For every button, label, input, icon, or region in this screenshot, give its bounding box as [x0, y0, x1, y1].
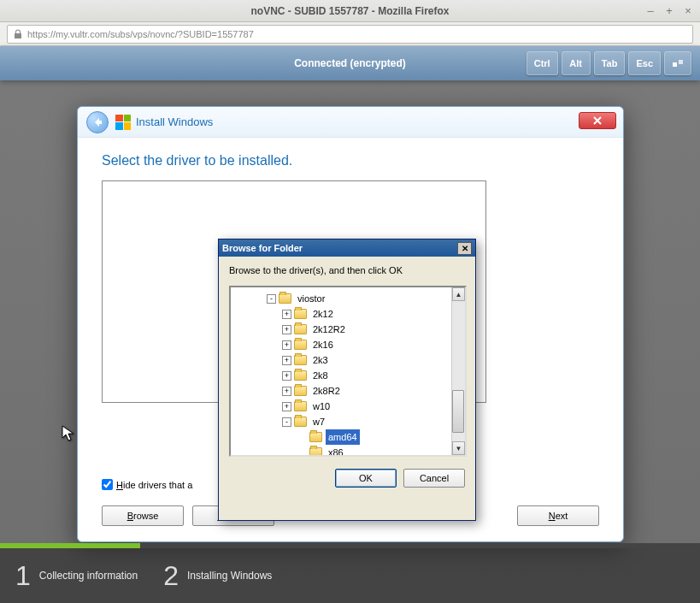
esc-key-button[interactable]: Esc [628, 51, 661, 75]
minimize-icon[interactable]: – [644, 3, 657, 17]
folder-icon [309, 432, 322, 442]
folder-icon [294, 370, 307, 381]
back-button[interactable] [86, 111, 109, 133]
install-window-title: Install Windows [136, 115, 213, 128]
folder-icon [294, 401, 307, 411]
dialog-body: Browse to the driver(s), and then click … [219, 257, 475, 496]
expand-icon[interactable]: + [282, 340, 291, 350]
folder-icon [294, 340, 307, 350]
firefox-title: noVNC - SUBID 1557787 - Mozilla Firefox [250, 5, 449, 17]
tab-key-button[interactable]: Tab [594, 51, 626, 75]
expand-icon[interactable]: + [282, 387, 291, 396]
scroll-up-icon[interactable]: ▲ [452, 287, 465, 301]
folder-icon [294, 324, 307, 334]
tree-row[interactable]: +2k12R2 [232, 322, 463, 337]
install-heading: Select the driver to be installed. [102, 153, 599, 168]
tree-label[interactable]: w10 [310, 399, 332, 414]
tree-scrollbar[interactable]: ▲ ▼ [451, 287, 465, 455]
windows-logo-icon [115, 115, 131, 130]
install-steps: 1 Collecting information 2 Installing Wi… [0, 548, 700, 603]
vnc-keyboard-buttons: Ctrl Alt Tab Esc [526, 51, 691, 75]
step-1-number: 1 [15, 560, 31, 592]
close-icon[interactable]: × [681, 3, 695, 17]
tree-row[interactable]: x86 [232, 445, 463, 457]
vnc-viewport: Connected (encrypted) Ctrl Alt Tab Esc I… [0, 46, 700, 603]
dialog-buttons: OK Cancel [229, 469, 465, 488]
button-label: Next [549, 511, 568, 521]
step-2: 2 Installing Windows [163, 560, 272, 592]
expander-spacer [297, 448, 307, 458]
ctrl-key-button[interactable]: Ctrl [526, 51, 558, 75]
next-button[interactable]: Next [517, 505, 599, 526]
scroll-down-icon[interactable]: ▼ [452, 441, 465, 455]
step-1: 1 Collecting information [15, 560, 138, 592]
install-window-header: Install Windows [78, 107, 623, 138]
tree-label[interactable]: w7 [310, 414, 327, 429]
scroll-thumb[interactable] [452, 390, 464, 433]
expand-icon[interactable]: + [282, 402, 291, 411]
tree-label[interactable]: 2k3 [310, 352, 331, 368]
collapse-icon[interactable]: - [282, 417, 291, 427]
collapse-icon[interactable]: - [267, 294, 276, 304]
tree-row[interactable]: +2k8R2 [232, 383, 463, 399]
folder-icon [279, 293, 291, 304]
cancel-button[interactable]: Cancel [403, 469, 465, 488]
step-2-label: Installing Windows [187, 570, 272, 582]
folder-icon [294, 417, 307, 427]
install-close-button[interactable] [579, 112, 616, 129]
tree-row[interactable]: +2k16 [232, 337, 463, 352]
toggle-key-button[interactable] [664, 51, 691, 75]
svg-rect-0 [673, 62, 677, 67]
firefox-window-buttons: – + × [644, 3, 695, 17]
expand-icon[interactable]: + [282, 371, 291, 381]
step-1-label: Collecting information [39, 570, 138, 582]
tree-label[interactable]: amd64 [326, 429, 360, 445]
alt-key-button[interactable]: Alt [562, 51, 591, 75]
svg-rect-1 [679, 60, 683, 64]
tree-label[interactable]: viostor [295, 291, 327, 306]
tree-label[interactable]: 2k16 [310, 337, 336, 352]
maximize-icon[interactable]: + [662, 3, 676, 17]
expand-icon[interactable]: + [282, 310, 291, 319]
dialog-titlebar[interactable]: Browse for Folder ✕ [219, 239, 475, 257]
tree-row[interactable]: amd64 [232, 429, 463, 445]
browse-button[interactable]: BBrowserowse [102, 505, 184, 526]
ok-button[interactable]: OK [335, 469, 397, 488]
tree-label[interactable]: 2k8 [310, 368, 331, 383]
expand-icon[interactable]: + [282, 325, 291, 334]
folder-icon [309, 447, 322, 457]
folder-icon [294, 386, 307, 396]
tree-row[interactable]: +2k3 [232, 352, 463, 368]
expander-spacer [297, 433, 307, 442]
vnc-status: Connected (encrypted) [294, 57, 406, 69]
hide-drivers-checkbox-row[interactable]: Hide drivers that a [102, 479, 192, 490]
tree-label[interactable]: x86 [326, 445, 346, 457]
folder-icon [294, 309, 307, 319]
url-text: https://my.vultr.com/subs/vps/novnc/?SUB… [27, 29, 254, 39]
cursor-icon [62, 425, 75, 446]
dialog-title: Browse for Folder [222, 243, 303, 253]
tree-row[interactable]: -viostor [232, 291, 463, 306]
folder-tree[interactable]: -viostor+2k12+2k12R2+2k16+2k3+2k8+2k8R2+… [229, 286, 467, 457]
hide-drivers-checkbox[interactable] [102, 479, 113, 490]
hide-drivers-label: Hide drivers that a [116, 480, 192, 490]
step-2-number: 2 [163, 560, 179, 592]
folder-icon [294, 355, 307, 365]
dialog-close-button[interactable]: ✕ [457, 242, 472, 255]
tree-row[interactable]: -w7 [232, 414, 463, 429]
dialog-instruction: Browse to the driver(s), and then click … [229, 265, 465, 275]
tree-row[interactable]: +2k8 [232, 368, 463, 383]
button-label: BBrowserowse [127, 511, 159, 521]
tree-label[interactable]: 2k12R2 [310, 322, 348, 337]
tree-label[interactable]: 2k12 [310, 306, 336, 322]
install-bottombar: 1 Collecting information 2 Installing Wi… [0, 543, 700, 603]
install-progress [0, 543, 700, 548]
firefox-titlebar: noVNC - SUBID 1557787 - Mozilla Firefox … [0, 0, 700, 22]
vnc-topbar: Connected (encrypted) Ctrl Alt Tab Esc [0, 46, 700, 80]
tree-row[interactable]: +w10 [232, 399, 463, 414]
firefox-urlbar: https://my.vultr.com/subs/vps/novnc/?SUB… [0, 22, 700, 46]
expand-icon[interactable]: + [282, 356, 291, 365]
url-input[interactable]: https://my.vultr.com/subs/vps/novnc/?SUB… [7, 25, 693, 44]
tree-row[interactable]: +2k12 [232, 306, 463, 322]
tree-label[interactable]: 2k8R2 [310, 383, 343, 399]
